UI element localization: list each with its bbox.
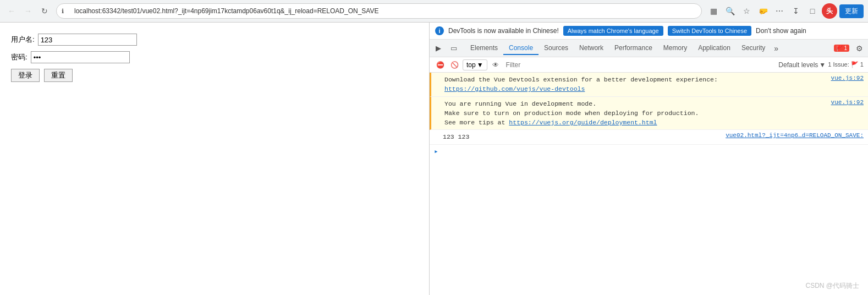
- update-button[interactable]: 更新: [839, 4, 864, 18]
- device-icon[interactable]: ▭: [447, 42, 460, 55]
- main-area: 用户名: 密码: 登录 重置 i DevTools is now availab…: [0, 23, 868, 295]
- extensions-icon[interactable]: 🤛: [756, 4, 770, 18]
- username-input[interactable]: [38, 34, 137, 46]
- notification-text: DevTools is now available in Chinese!: [448, 27, 559, 35]
- devtools-tab-icons: ▶ ▭: [432, 42, 460, 55]
- match-language-button[interactable]: Always match Chrome's language: [563, 26, 663, 36]
- tab-network[interactable]: Network: [574, 42, 609, 55]
- profile-button[interactable]: 头: [822, 3, 837, 19]
- console-source-2[interactable]: vue.js:92: [831, 99, 864, 106]
- devtools-tabs-right: 🚩 1 ⚙: [834, 42, 866, 55]
- context-selector[interactable]: top ▼: [463, 59, 487, 70]
- devtools-notification: i DevTools is now available in Chinese! …: [430, 23, 868, 40]
- console-message-2: You are running Vue in development mode.…: [430, 97, 868, 130]
- console-source-1[interactable]: vue.js:92: [831, 75, 864, 81]
- console-message-3: 123 123 vue02.html?_ijt=4np6…d=RELOAD_ON…: [430, 130, 868, 144]
- console-message-1: Download the Vue Devtools extension for …: [430, 73, 868, 97]
- console-toolbar: ⛔ 🚫 top ▼ 👁 Default levels ▼ 1 Issue: 🚩 …: [430, 57, 868, 73]
- nav-buttons: ← → ↻: [4, 4, 52, 18]
- issues-badge[interactable]: 🚩 1: [834, 45, 849, 52]
- default-levels-arrow: ▼: [819, 61, 826, 69]
- console-source-3[interactable]: vue02.html?_ijt=4np6…d=RELOAD_ON_SAVE:: [726, 132, 864, 139]
- eye-icon[interactable]: 👁: [490, 59, 502, 71]
- watermark: CSDN @代码骑士: [805, 281, 859, 291]
- reset-button[interactable]: 重置: [44, 69, 73, 82]
- address-bar-wrapper: ℹ: [56, 3, 702, 19]
- deployment-link[interactable]: https://vuejs.org/guide/deployment.html: [509, 119, 657, 126]
- download-icon[interactable]: ↧: [789, 4, 803, 18]
- devtools-settings-icon[interactable]: ⚙: [853, 42, 866, 55]
- password-label: 密码:: [11, 52, 28, 62]
- devtools-panel: i DevTools is now available in Chinese! …: [429, 23, 868, 295]
- browser-chrome: ← → ↻ ℹ ▦ 🔍 ☆ 🤛 ⋯ ↧ □ 头 更新: [0, 0, 868, 23]
- console-prompt: ▸: [430, 145, 868, 158]
- console-msg-content-1: Download the Vue Devtools extension for …: [444, 75, 827, 94]
- info-icon: i: [435, 26, 444, 35]
- inspect-icon[interactable]: ▶: [432, 42, 445, 55]
- devtools-tabs: ▶ ▭ Elements Console Sources Network Per…: [430, 40, 868, 57]
- tab-elements[interactable]: Elements: [465, 42, 503, 55]
- clear-console-icon[interactable]: ⛔: [434, 59, 446, 71]
- vue-devtools-link[interactable]: https://github.com/vuejs/vue-devtools: [444, 85, 585, 92]
- password-row: 密码:: [11, 51, 418, 63]
- login-button[interactable]: 登录: [11, 69, 40, 82]
- prompt-arrow-icon: ▸: [434, 147, 438, 156]
- tab-sources[interactable]: Sources: [539, 42, 574, 55]
- zoom-icon[interactable]: 🔍: [723, 4, 737, 18]
- window-icon[interactable]: □: [805, 4, 820, 18]
- more-icon[interactable]: ⋯: [772, 4, 787, 18]
- console-output: Download the Vue Devtools extension for …: [430, 73, 868, 295]
- switch-chinese-button[interactable]: Switch DevTools to Chinese: [668, 26, 751, 36]
- console-msg-content-2: You are running Vue in development mode.…: [444, 99, 827, 128]
- form-buttons: 登录 重置: [11, 69, 418, 82]
- console-msg-content-3: 123 123: [443, 132, 721, 141]
- username-label: 用户名:: [11, 35, 35, 45]
- forward-button[interactable]: →: [21, 4, 35, 18]
- bookmark-icon[interactable]: ☆: [739, 4, 754, 18]
- tab-application[interactable]: Application: [693, 42, 736, 55]
- tab-performance[interactable]: Performance: [609, 42, 658, 55]
- back-button[interactable]: ←: [4, 4, 19, 18]
- lock-icon: ℹ: [62, 8, 64, 15]
- more-tabs-icon[interactable]: »: [771, 44, 782, 53]
- default-levels-label: Default levels: [778, 61, 818, 69]
- password-input[interactable]: [31, 51, 130, 63]
- context-dropdown-icon: ▼: [477, 61, 484, 69]
- address-bar[interactable]: [56, 3, 702, 19]
- browser-toolbar: ← → ↻ ℹ ▦ 🔍 ☆ 🤛 ⋯ ↧ □ 头 更新: [0, 0, 868, 22]
- toolbar-icons: ▦ 🔍 ☆ 🤛 ⋯ ↧ □ 头 更新: [706, 3, 864, 19]
- default-levels-selector[interactable]: Default levels ▼: [778, 61, 826, 69]
- dismiss-button[interactable]: Don't show again: [756, 27, 806, 35]
- reload-button[interactable]: ↻: [37, 4, 52, 18]
- tab-security[interactable]: Security: [736, 42, 771, 55]
- tab-console[interactable]: Console: [503, 42, 539, 55]
- filter-input[interactable]: [504, 60, 777, 70]
- page-content: 用户名: 密码: 登录 重置: [0, 23, 429, 295]
- screen-search-icon[interactable]: ▦: [706, 4, 721, 18]
- tab-memory[interactable]: Memory: [658, 42, 693, 55]
- issue-count-badge: 1 Issue: 🚩 1: [828, 61, 864, 68]
- filter-icon[interactable]: 🚫: [448, 59, 460, 71]
- username-row: 用户名:: [11, 34, 418, 46]
- context-label: top: [466, 61, 476, 69]
